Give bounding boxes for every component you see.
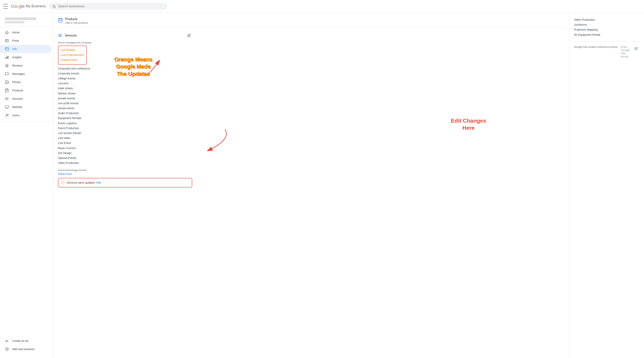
google-ads-row: Google Ads location extensions phone Ent… bbox=[574, 46, 639, 58]
service-event-production: Event Production bbox=[58, 126, 192, 131]
update-banner-text: Services were updated. Edit bbox=[67, 181, 101, 184]
sidebar-add-business-label: Add new business bbox=[12, 347, 35, 351]
insights-icon bbox=[5, 55, 9, 60]
products-info: Products Add or edit products bbox=[65, 17, 564, 24]
sidebar-website-label: Website bbox=[12, 105, 22, 109]
sidebar: Home Posts Info Insights bbox=[0, 13, 53, 358]
orange-service-led-display: Led Display bbox=[61, 48, 84, 53]
sidebar-products-label: Products bbox=[12, 89, 23, 92]
business-name bbox=[5, 17, 36, 20]
svg-point-16 bbox=[6, 98, 6, 99]
right-panel-items: Video Production Jumbotron Projection Ma… bbox=[574, 17, 639, 37]
sidebar-item-photos[interactable]: Photos bbox=[0, 78, 52, 86]
products-row: Products Add or edit products bbox=[58, 17, 564, 28]
sidebar-home-label: Home bbox=[12, 31, 20, 34]
sidebar-divider bbox=[0, 121, 53, 121]
main-content: Orange Means Google Made The Updates Edi… bbox=[53, 13, 569, 358]
sidebar-create-ad-label: Create an ad bbox=[12, 339, 28, 342]
sidebar-item-website[interactable]: Website bbox=[0, 103, 52, 111]
gmb-wordmark: My Business bbox=[26, 4, 46, 8]
search-container bbox=[49, 3, 167, 10]
annotation-red: Edit Changes Here bbox=[451, 117, 486, 132]
sidebar-item-add-business[interactable]: Add new business bbox=[0, 345, 52, 353]
svg-rect-8 bbox=[8, 56, 8, 59]
app-logo: Google My Business bbox=[11, 4, 46, 9]
svg-rect-18 bbox=[5, 106, 9, 108]
products-icon bbox=[5, 88, 9, 93]
service-concerts: concerts bbox=[58, 81, 192, 86]
sidebar-users-label: Users bbox=[12, 114, 20, 117]
google-wordmark: Google bbox=[11, 4, 24, 9]
right-item-jumbotron: Jumbotron bbox=[574, 22, 639, 27]
svg-point-10 bbox=[6, 81, 6, 82]
users-icon bbox=[5, 113, 9, 118]
orange-service-live-entertainment: Live Entertainment bbox=[61, 53, 84, 58]
ad-icon bbox=[5, 339, 9, 343]
service-corporate-events: Corporate events bbox=[58, 71, 192, 76]
right-item-video-production: Video Production bbox=[574, 17, 639, 22]
sidebar-item-create-ad[interactable]: Create an ad bbox=[0, 337, 52, 345]
svg-point-19 bbox=[6, 114, 8, 115]
service-video-production: Video Production bbox=[58, 161, 192, 165]
sidebar-item-info[interactable]: Info bbox=[0, 45, 52, 53]
svg-rect-7 bbox=[6, 57, 7, 59]
right-panel-divider bbox=[574, 41, 639, 42]
update-info-icon: ⓘ bbox=[61, 180, 65, 185]
sidebar-item-products[interactable]: Products bbox=[0, 86, 52, 95]
services-title-row: Services bbox=[58, 33, 77, 38]
search-input[interactable] bbox=[58, 5, 164, 8]
category-event-technology: Event technology service bbox=[58, 169, 192, 172]
sidebar-item-messages[interactable]: Messages bbox=[0, 70, 52, 78]
right-item-av-rental: AV Equipment Rental bbox=[574, 32, 639, 37]
reviews-icon bbox=[5, 63, 9, 68]
header: Google My Business bbox=[0, 0, 644, 13]
sidebar-item-insights[interactable]: Insights bbox=[0, 53, 52, 61]
google-ads-value: Enter Google Ads phone bbox=[621, 46, 630, 58]
service-music-concert: Music Concert bbox=[58, 146, 192, 151]
service-special-events: Special Events bbox=[58, 156, 192, 161]
service-set-design: Set Design bbox=[58, 151, 192, 156]
svg-point-17 bbox=[6, 99, 6, 100]
sidebar-posts-label: Posts bbox=[12, 39, 19, 42]
services-section: Services Event management company Led Di… bbox=[58, 32, 192, 187]
sidebar-nav: Home Posts Info Insights bbox=[0, 28, 53, 120]
services-section-header: Services bbox=[58, 32, 192, 39]
service-led-video: Led Video bbox=[58, 136, 192, 141]
services-edit-button[interactable] bbox=[186, 32, 192, 39]
sidebar-item-users[interactable]: Users bbox=[0, 111, 52, 120]
google-ads-edit-button[interactable] bbox=[633, 46, 639, 52]
service-led-screen-rental: Led Screen Rental bbox=[58, 131, 192, 136]
service-corporate-conference: Corporate and conference bbox=[58, 66, 192, 71]
sidebar-info-label: Info bbox=[12, 47, 17, 51]
search-icon bbox=[52, 4, 56, 8]
google-ads-label: Google Ads location extensions phone bbox=[574, 46, 618, 48]
right-panel: Video Production Jumbotron Projection Ma… bbox=[569, 13, 644, 358]
right-item-projection-mapping: Projection Mapping bbox=[574, 27, 639, 32]
service-nonprofit-events: non-profit events bbox=[58, 101, 192, 106]
products-section-icon bbox=[58, 18, 63, 23]
website-icon bbox=[5, 105, 9, 109]
hamburger-menu[interactable] bbox=[3, 4, 8, 9]
show-more-button[interactable]: Show more bbox=[58, 172, 192, 176]
update-banner: ⓘ Services were updated. Edit bbox=[58, 178, 192, 187]
business-subtitle bbox=[5, 21, 24, 23]
posts-icon bbox=[5, 39, 9, 43]
service-college-events: college events bbox=[58, 76, 192, 81]
svg-point-15 bbox=[6, 97, 6, 98]
orange-service-unique-event: Unique Event bbox=[61, 58, 84, 62]
home-icon bbox=[5, 30, 9, 35]
sidebar-item-reviews[interactable]: Reviews bbox=[0, 61, 52, 70]
service-equipment-rentals: Equipment Rentals bbox=[58, 116, 192, 121]
svg-rect-3 bbox=[5, 48, 9, 51]
sidebar-item-posts[interactable]: Posts bbox=[0, 37, 52, 45]
orange-services-box: Led Display Live Entertainment Unique Ev… bbox=[58, 46, 86, 65]
app-body: Home Posts Info Insights bbox=[0, 13, 644, 358]
services-title: Services bbox=[65, 34, 77, 37]
sidebar-item-services[interactable]: Services bbox=[0, 95, 52, 103]
update-banner-edit-link[interactable]: Edit bbox=[96, 181, 101, 184]
service-trade-shows: trade shows bbox=[58, 86, 192, 91]
sidebar-bottom: Create an ad Add new business bbox=[0, 337, 53, 356]
sidebar-item-home[interactable]: Home bbox=[0, 28, 52, 37]
services-icon bbox=[5, 97, 9, 101]
service-live-event: Live Event bbox=[58, 141, 192, 146]
